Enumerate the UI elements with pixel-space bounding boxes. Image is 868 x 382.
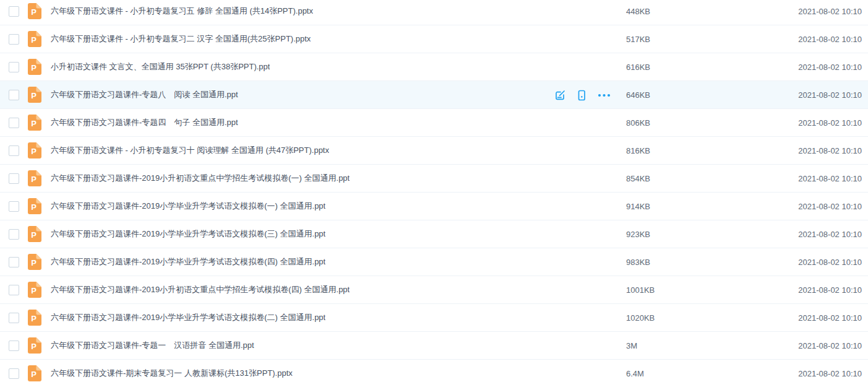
row-checkbox[interactable] xyxy=(9,62,19,72)
ppt-file-icon: P xyxy=(28,142,41,158)
file-name-link[interactable]: 六年级下册语文习题课件-专题一 汉语拼音 全国通用.ppt xyxy=(51,340,254,351)
file-size: 448KB xyxy=(626,7,650,16)
file-row[interactable]: P 六年级下册语文习题课件-2019小学毕业升学考试语文模拟卷(三) 全国通用.… xyxy=(0,220,868,248)
file-row[interactable]: P 六年级下册语文习题课件-专题四 句子 全国通用.ppt 806KB 2021… xyxy=(0,109,868,137)
svg-text:P: P xyxy=(31,63,37,72)
row-checkbox[interactable] xyxy=(9,229,19,240)
svg-text:P: P xyxy=(31,147,37,156)
svg-text:P: P xyxy=(31,342,37,351)
file-size: 616KB xyxy=(626,63,650,72)
svg-text:P: P xyxy=(31,175,37,184)
file-date: 2021-08-02 10:10 xyxy=(798,118,862,128)
ppt-file-icon: P xyxy=(28,59,41,75)
file-row[interactable]: P 六年级下册语文习题课件-2019小升初语文重点中学招生考试模拟卷(四) 全国… xyxy=(0,276,868,304)
file-name-link[interactable]: 六年级下册语文课件-期末专题复习一 人教新课标(共131张PPT).pptx xyxy=(51,368,293,379)
file-row[interactable]: P 六年级下册语文课件 - 小升初专题复习二 汉字 全国通用(共25张PPT).… xyxy=(0,25,868,53)
file-name-link[interactable]: 六年级下册语文课件 - 小升初专题复习二 汉字 全国通用(共25张PPT).pp… xyxy=(51,33,311,45)
file-name-link[interactable]: 小升初语文课件 文言文、全国通用 35张PPT (共38张PPT).ppt xyxy=(51,61,270,72)
file-size: 923KB xyxy=(626,230,650,239)
file-row[interactable]: P 六年级下册语文习题课件-2019小学毕业升学考试语文模拟卷(四) 全国通用.… xyxy=(0,248,868,276)
row-checkbox[interactable] xyxy=(9,145,19,156)
file-row[interactable]: P 小升初语文课件 文言文、全国通用 35张PPT (共38张PPT).ppt … xyxy=(0,53,868,81)
file-size: 1020KB xyxy=(626,313,655,323)
svg-text:P: P xyxy=(31,202,37,212)
row-actions xyxy=(554,81,611,109)
file-row[interactable]: P 六年级下册语文习题课件-专题八 阅读 全国通用.ppt xyxy=(0,81,868,109)
file-row[interactable]: P 六年级下册语文习题课件-2019小学毕业升学考试语文模拟卷(二) 全国通用.… xyxy=(0,304,868,332)
file-row[interactable]: P 六年级下册语文习题课件-专题一 汉语拼音 全国通用.ppt 3M 2021-… xyxy=(0,332,868,360)
ppt-file-icon: P xyxy=(28,365,41,381)
file-size: 6.4M xyxy=(626,369,644,378)
ppt-file-icon: P xyxy=(28,282,41,298)
file-row[interactable]: P 六年级下册语文习题课件-2019小学毕业升学考试语文模拟卷(一) 全国通用.… xyxy=(0,193,868,220)
row-checkbox[interactable] xyxy=(9,6,19,17)
file-row[interactable]: P 六年级下册语文习题课件-2019小升初语文重点中学招生考试模拟卷(一) 全国… xyxy=(0,165,868,193)
file-date: 2021-08-02 10:10 xyxy=(798,174,862,183)
row-checkbox[interactable] xyxy=(9,313,19,323)
file-date: 2021-08-02 10:10 xyxy=(798,285,862,295)
file-date: 2021-08-02 10:10 xyxy=(798,202,862,211)
more-icon[interactable] xyxy=(598,93,611,97)
file-size: 517KB xyxy=(626,35,650,44)
ppt-file-icon: P xyxy=(28,170,41,186)
row-checkbox[interactable] xyxy=(9,201,19,212)
file-row[interactable]: P 六年级下册语文课件-期末专题复习一 人教新课标(共131张PPT).pptx… xyxy=(0,360,868,382)
file-name-link[interactable]: 六年级下册语文习题课件-2019小学毕业升学考试语文模拟卷(二) 全国通用.pp… xyxy=(51,312,325,323)
file-name-link[interactable]: 六年级下册语文习题课件-2019小升初语文重点中学招生考试模拟卷(一) 全国通用… xyxy=(51,173,350,184)
file-date: 2021-08-02 10:10 xyxy=(798,313,862,323)
ppt-file-icon: P xyxy=(28,254,41,270)
file-list: P 六年级下册语文课件 - 小升初专题复习五 修辞 全国通用 (共14张PPT)… xyxy=(0,0,868,382)
file-name-link[interactable]: 六年级下册语文习题课件-专题八 阅读 全国通用.ppt xyxy=(51,89,238,100)
file-name-link[interactable]: 六年级下册语文课件 - 小升初专题复习五 修辞 全国通用 (共14张PPT).p… xyxy=(51,6,313,17)
edit-icon[interactable] xyxy=(554,90,565,101)
svg-text:P: P xyxy=(31,286,37,295)
file-date: 2021-08-02 10:10 xyxy=(798,369,862,378)
file-size: 983KB xyxy=(626,258,650,267)
file-date: 2021-08-02 10:10 xyxy=(798,258,862,267)
file-date: 2021-08-02 10:10 xyxy=(798,63,862,72)
file-date: 2021-08-02 10:10 xyxy=(798,35,862,44)
mobile-icon[interactable] xyxy=(576,90,587,101)
svg-text:P: P xyxy=(31,314,37,323)
file-name-link[interactable]: 六年级下册语文习题课件-2019小升初语文重点中学招生考试模拟卷(四) 全国通用… xyxy=(51,284,350,295)
row-checkbox[interactable] xyxy=(9,34,19,45)
file-date: 2021-08-02 10:10 xyxy=(798,7,862,16)
row-checkbox[interactable] xyxy=(9,173,19,184)
ppt-file-icon: P xyxy=(28,198,41,214)
file-row[interactable]: P 六年级下册语文课件 - 小升初专题复习十 阅读理解 全国通用 (共47张PP… xyxy=(0,137,868,165)
file-size: 854KB xyxy=(626,174,650,183)
file-date: 2021-08-02 10:10 xyxy=(798,341,862,350)
row-checkbox[interactable] xyxy=(9,285,19,295)
row-checkbox[interactable] xyxy=(9,368,19,379)
ppt-file-icon: P xyxy=(28,115,41,131)
file-row[interactable]: P 六年级下册语文课件 - 小升初专题复习五 修辞 全国通用 (共14张PPT)… xyxy=(0,0,868,25)
file-name-link[interactable]: 六年级下册语文课件 - 小升初专题复习十 阅读理解 全国通用 (共47张PPT)… xyxy=(51,145,329,156)
file-size: 816KB xyxy=(626,146,650,155)
file-size: 3M xyxy=(626,341,637,350)
ppt-file-icon: P xyxy=(28,3,41,19)
row-checkbox[interactable] xyxy=(9,90,19,100)
svg-text:P: P xyxy=(31,258,37,267)
row-checkbox[interactable] xyxy=(9,118,19,128)
svg-text:P: P xyxy=(31,230,37,240)
file-date: 2021-08-02 10:10 xyxy=(798,146,862,155)
row-checkbox[interactable] xyxy=(9,257,19,267)
file-name-link[interactable]: 六年级下册语文习题课件-2019小学毕业升学考试语文模拟卷(三) 全国通用.pp… xyxy=(51,228,325,240)
file-size: 646KB xyxy=(626,90,650,100)
ppt-file-icon: P xyxy=(28,226,41,242)
svg-text:P: P xyxy=(31,119,37,128)
file-size: 806KB xyxy=(626,118,650,128)
file-size: 1001KB xyxy=(626,285,655,295)
svg-text:P: P xyxy=(31,370,37,379)
row-checkbox[interactable] xyxy=(9,341,19,351)
ppt-file-icon: P xyxy=(28,310,41,326)
file-date: 2021-08-02 10:10 xyxy=(798,90,862,100)
file-name-link[interactable]: 六年级下册语文习题课件-专题四 句子 全国通用.ppt xyxy=(51,117,238,128)
file-name-link[interactable]: 六年级下册语文习题课件-2019小学毕业升学考试语文模拟卷(一) 全国通用.pp… xyxy=(51,201,325,212)
svg-text:P: P xyxy=(31,91,37,100)
file-name-link[interactable]: 六年级下册语文习题课件-2019小学毕业升学考试语文模拟卷(四) 全国通用.pp… xyxy=(51,256,325,267)
ppt-file-icon: P xyxy=(28,337,41,354)
file-date: 2021-08-02 10:10 xyxy=(798,230,862,239)
ppt-file-icon: P xyxy=(28,87,41,103)
file-size: 914KB xyxy=(626,202,650,211)
